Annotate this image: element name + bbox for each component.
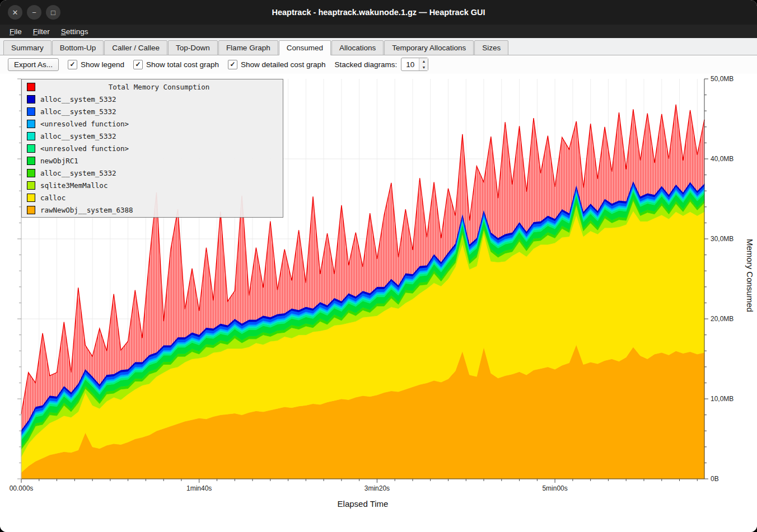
checkbox-check-icon: ✓	[228, 60, 237, 69]
legend-swatch-icon	[27, 132, 35, 140]
y-tick-label: 30,0MB	[711, 235, 733, 243]
legend-item: alloc__system_5332	[22, 93, 283, 105]
tab-top-down[interactable]: Top-Down	[168, 40, 218, 55]
tab-bottom-up[interactable]: Bottom-Up	[52, 40, 104, 55]
legend-item: calloc	[22, 191, 283, 204]
checkbox-check-icon: ✓	[133, 60, 143, 69]
legend-swatch-icon	[27, 95, 35, 103]
spin-up-icon[interactable]: ▲	[419, 58, 428, 64]
stacked-diagrams-spinbox[interactable]: 10 ▲ ▼	[401, 58, 428, 71]
legend-swatch-icon	[27, 144, 35, 153]
legend-item: alloc__system_5332	[22, 105, 283, 117]
legend-item: <unresolved function>	[22, 142, 283, 154]
legend-label: Total Memory Consumption	[40, 83, 278, 91]
legend-swatch-icon	[27, 194, 35, 202]
show-detailed-cost-label: Show detailed cost graph	[241, 60, 326, 69]
menu-settings[interactable]: Settings	[56, 26, 94, 37]
legend-swatch-icon	[27, 83, 35, 91]
tab-summary[interactable]: Summary	[3, 40, 52, 55]
tab-allocations[interactable]: Allocations	[331, 40, 384, 55]
x-tick-label: 5min00s	[542, 484, 567, 492]
stacked-diagrams-label: Stacked diagrams:	[335, 60, 398, 69]
x-tick-label: 3min20s	[365, 484, 390, 492]
tab-sizes[interactable]: Sizes	[474, 40, 508, 55]
legend-label: sqlite3MemMalloc	[40, 181, 108, 190]
legend-swatch-icon	[27, 157, 35, 165]
y-tick-label: 50,0MB	[711, 75, 733, 83]
legend-item: alloc__system_5332	[22, 130, 283, 142]
y-tick-label: 0B	[711, 475, 719, 483]
close-icon[interactable]: ✕	[8, 5, 22, 20]
titlebar[interactable]: ✕ − □ Heaptrack - heaptrack.wakunode.1.g…	[0, 0, 757, 25]
legend-item: sqlite3MemMalloc	[22, 179, 283, 191]
stacked-diagrams-value[interactable]: 10	[401, 58, 419, 70]
y-tick-label: 10,0MB	[711, 395, 733, 403]
spin-arrows: ▲ ▼	[419, 58, 428, 70]
legend-swatch-icon	[27, 181, 35, 190]
export-as-button[interactable]: Export As...	[8, 58, 59, 71]
tab-temporary-allocations[interactable]: Temporary Allocations	[384, 40, 474, 55]
menubar: File Filter Settings	[0, 25, 757, 38]
y-tick-label: 20,0MB	[711, 315, 733, 323]
legend-item: rawNewObj__system_6388	[22, 204, 283, 216]
tab-bar: Summary Bottom-Up Caller / Callee Top-Do…	[0, 38, 757, 55]
legend-label: rawNewObj__system_6388	[40, 206, 133, 214]
legend-label: <unresolved function>	[40, 144, 129, 153]
x-tick-label: 00.000s	[10, 484, 34, 492]
legend-swatch-icon	[27, 206, 35, 214]
x-axis-title: Elapsed Time	[21, 499, 704, 509]
legend-swatch-icon	[27, 169, 35, 177]
tab-flame-graph[interactable]: Flame Graph	[218, 40, 278, 55]
toolbar: Export As... ✓ Show legend ✓ Show total …	[0, 55, 757, 74]
maximize-icon[interactable]: □	[46, 5, 60, 20]
show-total-cost-checkbox[interactable]: ✓ Show total cost graph	[133, 60, 219, 69]
menu-filter[interactable]: Filter	[28, 26, 55, 37]
show-legend-label: Show legend	[81, 60, 124, 69]
consumed-chart: 00.000s1min40s3min20s5min00s0B10,0MB20,0…	[0, 74, 757, 532]
heaptrack-window: ✕ − □ Heaptrack - heaptrack.wakunode.1.g…	[0, 0, 757, 532]
legend-label: <unresolved function>	[40, 120, 129, 128]
tab-consumed[interactable]: Consumed	[279, 40, 331, 55]
checkbox-check-icon: ✓	[68, 60, 77, 69]
legend-item: newObjRC1	[22, 154, 283, 167]
chart-legend: Total Memory Consumptionalloc__system_53…	[21, 79, 283, 218]
stacked-diagrams-control: Stacked diagrams: 10 ▲ ▼	[335, 58, 429, 71]
legend-swatch-icon	[27, 107, 35, 116]
legend-label: alloc__system_5332	[40, 107, 116, 116]
y-tick-label: 40,0MB	[711, 155, 733, 163]
legend-item: <unresolved function>	[22, 117, 283, 130]
legend-swatch-icon	[27, 120, 35, 128]
legend-label: alloc__system_5332	[40, 95, 116, 103]
minimize-icon[interactable]: −	[27, 5, 41, 20]
legend-label: newObjRC1	[40, 157, 78, 165]
tab-caller-callee[interactable]: Caller / Callee	[104, 40, 167, 55]
legend-label: calloc	[40, 194, 66, 202]
show-total-cost-label: Show total cost graph	[146, 60, 219, 69]
show-legend-checkbox[interactable]: ✓ Show legend	[68, 60, 124, 69]
show-detailed-cost-checkbox[interactable]: ✓ Show detailed cost graph	[228, 60, 326, 69]
x-tick-label: 1min40s	[186, 484, 212, 492]
legend-label: alloc__system_5332	[40, 132, 116, 140]
spin-down-icon[interactable]: ▼	[419, 64, 428, 70]
legend-item: alloc__system_5332	[22, 167, 283, 179]
window-title: Heaptrack - heaptrack.wakunode.1.gz — He…	[0, 8, 757, 17]
menu-file[interactable]: File	[4, 26, 27, 37]
legend-title-row: Total Memory Consumption	[22, 81, 283, 93]
y-axis-title: Memory Consumed	[745, 239, 755, 312]
window-controls: ✕ − □	[8, 5, 60, 20]
legend-label: alloc__system_5332	[40, 169, 116, 177]
